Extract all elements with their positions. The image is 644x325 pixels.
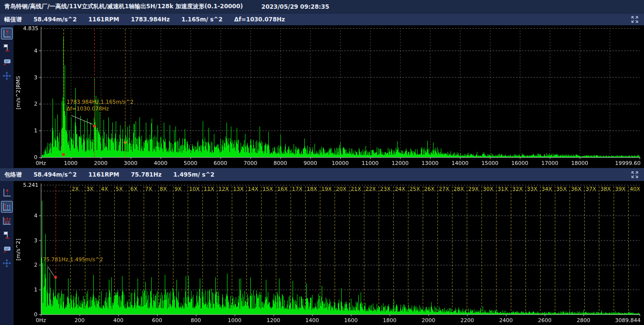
envelope-speed-rpm-value: 1161RPM bbox=[88, 171, 119, 178]
maximize-panel-button[interactable] bbox=[629, 15, 640, 24]
amplitude-spectrum-chart[interactable] bbox=[14, 25, 644, 168]
main-header: 青岛特钢/高线厂/一高线/11V立式轧机/减速机1轴输出5H/128k 加速度波… bbox=[0, 0, 644, 13]
flag-icon bbox=[2, 230, 12, 240]
measurement-path-title: 青岛特钢/高线厂/一高线/11V立式轧机/减速机1轴输出5H/128k 加速度波… bbox=[4, 2, 243, 11]
tool-annotation-button[interactable] bbox=[1, 56, 13, 68]
cursor-frequency-value: 1783.984Hz bbox=[131, 16, 170, 23]
cursor-amplitude-value: 1.165m/ s^2 bbox=[181, 16, 223, 23]
harmonic-cursor-icon bbox=[2, 202, 12, 212]
tool-pan-button[interactable] bbox=[1, 70, 13, 82]
pan-move-icon bbox=[2, 71, 12, 81]
tool-single-cursor-button[interactable] bbox=[1, 28, 13, 39]
envelope-toolbar bbox=[0, 181, 14, 325]
vibration-analysis-app: 青岛特钢/高线厂/一高线/11V立式轧机/减速机1轴输出5H/128k 加速度波… bbox=[0, 0, 644, 325]
speed-rpm-value: 1161RPM bbox=[88, 16, 119, 23]
measurement-timestamp: 2023/05/29 09:28:35 bbox=[261, 3, 329, 10]
single-cursor-icon bbox=[2, 188, 12, 198]
maximize-icon bbox=[631, 171, 639, 179]
flag-icon bbox=[2, 43, 12, 53]
annotation-label-icon bbox=[2, 57, 12, 67]
tool-sideband-cursor-button[interactable] bbox=[1, 215, 13, 227]
panel-title-amplitude: 幅值谱 bbox=[4, 16, 22, 24]
annotation-label-icon bbox=[2, 244, 12, 254]
amplitude-toolbar bbox=[0, 25, 14, 168]
tool-flag-button[interactable] bbox=[1, 42, 13, 54]
tool-harmonic-cursor-button[interactable] bbox=[1, 201, 13, 213]
tool-flag-button[interactable] bbox=[1, 229, 13, 241]
maximize-panel-button[interactable] bbox=[629, 170, 640, 179]
envelope-panel-body bbox=[0, 181, 644, 325]
envelope-panel-header: 包络谱 58.494m/s^2 1161RPM 75.781Hz 1.495m/… bbox=[0, 168, 644, 181]
envelope-cursor-frequency-value: 75.781Hz bbox=[131, 171, 161, 178]
overall-rms-value: 58.494m/s^2 bbox=[34, 16, 77, 23]
envelope-overall-rms-value: 58.494m/s^2 bbox=[34, 171, 77, 178]
maximize-icon bbox=[631, 16, 639, 23]
sideband-cursor-icon bbox=[2, 216, 12, 226]
amplitude-panel-body bbox=[0, 25, 644, 168]
tool-single-cursor-button[interactable] bbox=[1, 187, 13, 199]
envelope-spectrum-panel: 包络谱 58.494m/s^2 1161RPM 75.781Hz 1.495m/… bbox=[0, 168, 644, 325]
envelope-cursor-amplitude-value: 1.495m/ s^2 bbox=[173, 171, 214, 178]
panel-title-envelope: 包络谱 bbox=[4, 171, 22, 179]
tool-annotation-button[interactable] bbox=[1, 243, 13, 255]
single-cursor-icon bbox=[2, 29, 12, 38]
tool-pan-button[interactable] bbox=[1, 257, 13, 269]
amplitude-panel-header: 幅值谱 58.494m/s^2 1161RPM 1783.984Hz 1.165… bbox=[0, 13, 644, 25]
amplitude-spectrum-panel: 幅值谱 58.494m/s^2 1161RPM 1783.984Hz 1.165… bbox=[0, 13, 644, 168]
delta-frequency-value: Δf=1030.078Hz bbox=[234, 16, 285, 23]
envelope-spectrum-chart[interactable] bbox=[14, 181, 644, 325]
pan-move-icon bbox=[2, 258, 12, 268]
